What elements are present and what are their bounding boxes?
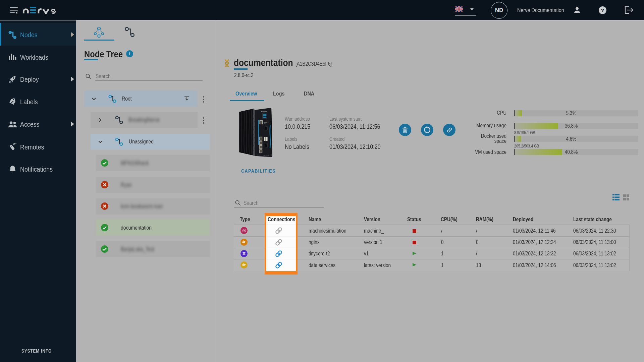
svg-text:RTxx: RTxx [257,155,260,156]
svg-text:n=rve: n=rve [261,110,267,113]
svg-text:MFN 100: MFN 100 [263,155,269,156]
